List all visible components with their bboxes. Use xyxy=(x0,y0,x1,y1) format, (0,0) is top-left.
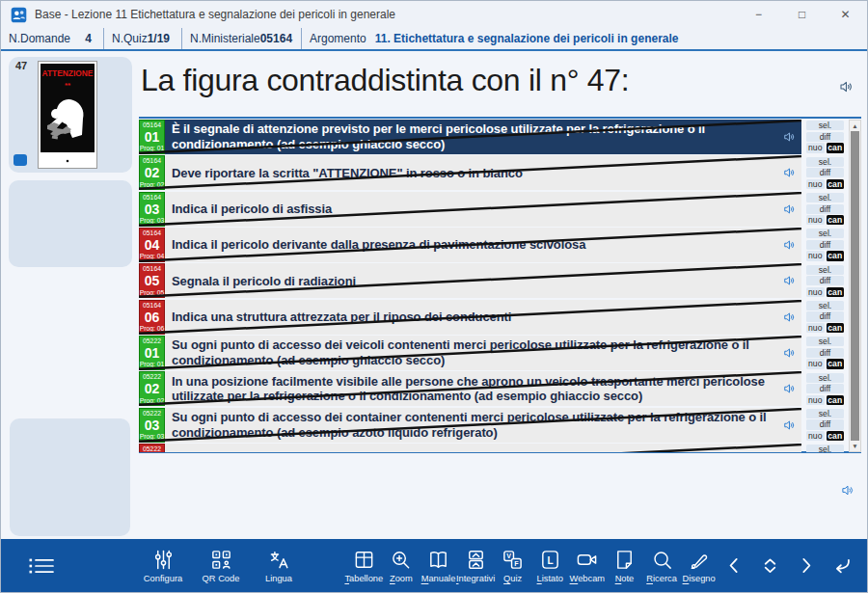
can-button[interactable]: can xyxy=(827,179,845,189)
answer-row[interactable]: 05164 05 Prog: 05 Segnala il pericolo di… xyxy=(139,263,801,298)
scroll-down-icon[interactable]: ▼ xyxy=(850,442,860,450)
toolbar-item-listato[interactable]: L Listato xyxy=(531,539,569,592)
nuo-button[interactable]: nuo xyxy=(806,143,825,152)
sel-button[interactable]: sel. xyxy=(806,373,844,383)
answer-number: 02 xyxy=(145,166,160,179)
speaker-icon[interactable] xyxy=(783,346,797,360)
answer-badge: 05164 06 Prog: 06 xyxy=(139,300,165,335)
speaker-icon[interactable] xyxy=(783,202,797,216)
nuo-button[interactable]: nuo xyxy=(806,251,825,260)
sel-button[interactable]: sel. xyxy=(806,337,844,346)
sel-button[interactable]: sel. xyxy=(806,229,844,238)
chevrons-up-down-icon xyxy=(760,555,780,576)
toolbar-item-quiz[interactable]: VF Quiz xyxy=(494,539,531,592)
answer-row[interactable]: 05222 04 Prog: 04 Sui 2 lati della cabin… xyxy=(139,444,801,452)
sel-button[interactable]: sel. xyxy=(806,121,844,130)
toolbar-item-qr-code[interactable]: QR Code xyxy=(198,539,244,592)
toolbar-item-expand[interactable] xyxy=(755,539,784,592)
diff-button[interactable]: diff xyxy=(806,240,844,250)
diff-button[interactable]: diff xyxy=(806,204,844,214)
nuo-button[interactable]: nuo xyxy=(806,395,825,405)
window-title: Base - Lezione 11 Etichettatura e segnal… xyxy=(35,8,395,21)
toolbar-item-tabellone[interactable]: Tabellone xyxy=(345,539,383,592)
sel-button[interactable]: sel. xyxy=(806,301,844,310)
can-button[interactable]: can xyxy=(827,287,845,297)
diff-button[interactable]: diff xyxy=(806,348,844,358)
can-button[interactable]: can xyxy=(827,323,845,333)
answer-row[interactable]: 05164 03 Prog: 03 Indica il pericolo di … xyxy=(139,192,801,227)
diff-button[interactable]: diff xyxy=(806,132,844,142)
toolbar-item-configura[interactable]: Configura xyxy=(138,539,188,592)
figure-marker-chip[interactable] xyxy=(14,154,27,166)
toolbar-label-webcam: Webcam xyxy=(570,574,606,583)
can-button[interactable]: can xyxy=(827,431,845,441)
answer-row[interactable]: 05222 01 Prog: 01 Su ogni punto di acces… xyxy=(139,336,801,370)
toolbar-item-return[interactable] xyxy=(827,539,855,592)
speaker-icon[interactable] xyxy=(783,130,797,144)
answer-code: 05164 xyxy=(143,302,161,310)
toolbar-item-ricerca[interactable]: Ricerca xyxy=(643,539,681,592)
can-button[interactable]: can xyxy=(827,143,845,152)
answer-row[interactable]: 05164 04 Prog: 04 Indica il pericolo der… xyxy=(139,228,801,262)
close-button[interactable]: ✕ xyxy=(824,1,867,28)
answer-prog: Prog: 06 xyxy=(140,325,165,333)
diff-button[interactable]: diff xyxy=(806,276,844,285)
toolbar-label-zoom: Zoom xyxy=(390,574,413,583)
sel-button[interactable]: sel. xyxy=(806,445,844,452)
stat-n-domande: N.Domande 4 xyxy=(1,28,104,49)
speaker-icon[interactable] xyxy=(783,382,797,395)
answer-row[interactable]: 05164 06 Prog: 06 Indica una struttura a… xyxy=(139,300,801,335)
diff-button[interactable]: diff xyxy=(806,419,844,429)
scrollbar-thumb[interactable] xyxy=(851,131,859,441)
sel-button[interactable]: sel. xyxy=(806,409,844,418)
toolbar-item-prev[interactable] xyxy=(719,539,748,592)
speaker-icon[interactable] xyxy=(783,274,797,287)
toolbar-item-menu[interactable] xyxy=(22,539,61,592)
nuo-button[interactable]: nuo xyxy=(806,323,825,333)
toolbar-item-lingua[interactable]: Lingua xyxy=(258,539,300,592)
answer-row-controls: sel. diff nuo can xyxy=(805,120,845,154)
toolbar-label-tabellone: Tabellone xyxy=(344,574,383,583)
nuo-button[interactable]: nuo xyxy=(806,179,825,189)
chevron-right-icon xyxy=(796,555,816,576)
can-button[interactable]: can xyxy=(827,359,845,368)
speaker-icon[interactable] xyxy=(783,418,797,432)
speaker-icon[interactable] xyxy=(783,166,797,179)
answer-row[interactable]: 05222 03 Prog: 03 Su ogni punto di acces… xyxy=(139,408,801,443)
diff-button[interactable]: diff xyxy=(806,311,844,321)
maximize-button[interactable]: □ xyxy=(780,1,824,28)
nuo-button[interactable]: nuo xyxy=(806,359,825,368)
toolbar-item-disegno[interactable]: Disegno xyxy=(680,539,718,592)
scroll-up-icon[interactable]: ▲ xyxy=(850,121,860,130)
can-button[interactable]: can xyxy=(827,251,845,260)
speaker-icon[interactable] xyxy=(783,310,797,324)
speaker-icon[interactable] xyxy=(783,238,797,252)
scrollbar[interactable]: ▲ ▼ xyxy=(849,120,861,452)
toolbar-item-manuale[interactable]: Manuale xyxy=(420,539,457,592)
toolbar-item-next[interactable] xyxy=(791,539,820,592)
can-button[interactable]: can xyxy=(827,215,845,225)
diff-button[interactable]: diff xyxy=(806,168,844,177)
sel-button[interactable]: sel. xyxy=(806,157,844,167)
answer-code: 05164 xyxy=(143,157,161,165)
stat-argomento: Argomento 11. Etichettatura e segnalazio… xyxy=(302,28,867,49)
diff-button[interactable]: diff xyxy=(806,384,844,393)
page-speaker-icon[interactable] xyxy=(841,483,855,498)
answer-badge: 05222 02 Prog: 02 xyxy=(139,371,165,406)
sel-button[interactable]: sel. xyxy=(806,193,844,202)
nuo-button[interactable]: nuo xyxy=(806,215,825,225)
toolbar-item-integrativi[interactable]: Integrativi xyxy=(457,539,495,592)
sel-button[interactable]: sel. xyxy=(806,265,844,275)
minimize-button[interactable]: − xyxy=(737,1,780,28)
toolbar-item-webcam[interactable]: Webcam xyxy=(569,539,607,592)
toolbar-item-zoom[interactable]: Zoom xyxy=(383,539,420,592)
question-speaker-icon[interactable] xyxy=(839,79,854,94)
answer-row[interactable]: 05164 01 Prog: 01 È il segnale di attenz… xyxy=(139,120,801,154)
toolbar-label-disegno: Disegno xyxy=(683,574,716,583)
nuo-button[interactable]: nuo xyxy=(806,431,825,441)
toolbar-item-note[interactable]: Note xyxy=(606,539,643,592)
answer-row[interactable]: 05164 02 Prog: 02 Deve riportare la scri… xyxy=(139,155,801,190)
can-button[interactable]: can xyxy=(827,395,845,405)
nuo-button[interactable]: nuo xyxy=(806,287,825,297)
answer-row[interactable]: 05222 02 Prog: 02 In una posizione facil… xyxy=(139,371,801,406)
